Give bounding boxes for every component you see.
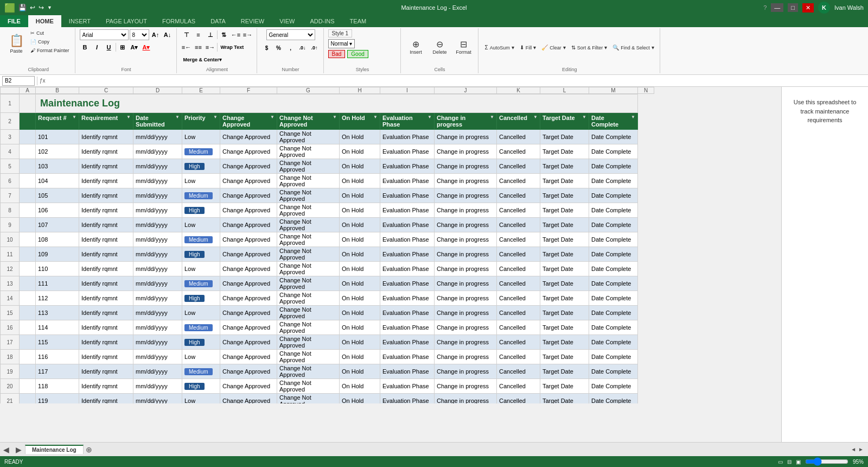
cell-dc[interactable]: Date Complete — [589, 262, 638, 276]
wrap-text-btn[interactable]: Wrap Text — [219, 42, 246, 53]
cell-req[interactable]: Identify rqmnt — [79, 394, 133, 404]
tab-data[interactable]: DATA — [203, 15, 233, 27]
col-m[interactable]: M — [589, 87, 638, 94]
scroll-area[interactable]: 1 Maintenance Log 2 Request # — [0, 94, 781, 403]
cell-a8[interactable] — [20, 203, 36, 218]
cell-ep[interactable]: Evaluation Phase — [380, 379, 435, 394]
cell-ca[interactable]: Change Approved — [220, 232, 277, 247]
cell-date[interactable]: mm/dd/yyyy — [133, 335, 182, 350]
cell-cp[interactable]: Change in progress — [435, 276, 497, 291]
cell-oh[interactable]: On Hold — [340, 174, 380, 188]
cell-cna[interactable]: Change Not Approved — [277, 379, 340, 394]
indent-increase-btn[interactable]: ≡→ — [242, 29, 253, 40]
cell-date[interactable]: mm/dd/yyyy — [133, 130, 182, 144]
cell-a19[interactable] — [20, 364, 36, 379]
cell-td[interactable]: Target Date — [540, 174, 589, 188]
cell-cancelled[interactable]: Cancelled — [497, 394, 540, 404]
tab-view[interactable]: VIEW — [272, 15, 302, 27]
tab-insert[interactable]: INSERT — [61, 15, 98, 27]
cell-oh[interactable]: On Hold — [340, 379, 380, 394]
priority-cell[interactable]: High — [182, 247, 220, 262]
cell-ep[interactable]: Evaluation Phase — [380, 203, 435, 218]
cell-req[interactable]: Identify rqmnt — [79, 203, 133, 218]
cell-ep[interactable]: Evaluation Phase — [380, 350, 435, 364]
col-h[interactable]: H — [340, 87, 380, 94]
cell-td[interactable]: Target Date — [540, 364, 589, 379]
header-date[interactable]: Date Submitted ▼ — [133, 113, 182, 130]
cell-cp[interactable]: Change in progress — [435, 203, 497, 218]
cell-ca[interactable]: Change Approved — [220, 174, 277, 188]
priority-cell[interactable]: Medium — [182, 320, 220, 335]
scroll-sheets-left[interactable]: ◀ — [0, 445, 12, 454]
cell-req[interactable]: Identify rqmnt — [79, 276, 133, 291]
font-color-button[interactable]: A▾ — [141, 42, 152, 53]
cell-dc[interactable]: Date Complete — [589, 394, 638, 404]
autosum-btn[interactable]: Σ AutoSum ▾ — [483, 40, 516, 55]
col-a[interactable]: A — [20, 87, 36, 94]
fill-color-button[interactable]: A▾ — [129, 42, 140, 53]
cell-request[interactable]: 113 — [36, 306, 79, 320]
header-ep[interactable]: Evaluation Phase ▼ — [380, 113, 435, 130]
font-name-select[interactable]: Arial — [80, 29, 129, 40]
cell-cna[interactable]: Change Not Approved — [277, 335, 340, 350]
cell-td[interactable]: Target Date — [540, 144, 589, 159]
cell-dc[interactable]: Date Complete — [589, 159, 638, 174]
cell-cna[interactable]: Change Not Approved — [277, 364, 340, 379]
cell-ca[interactable]: Change Approved — [220, 350, 277, 364]
cell-cp[interactable]: Change in progress — [435, 350, 497, 364]
cell-req[interactable]: Identify rqmnt — [79, 306, 133, 320]
cell-req[interactable]: Identify rqmnt — [79, 247, 133, 262]
cell-cancelled[interactable]: Cancelled — [497, 364, 540, 379]
cell-a11[interactable] — [20, 247, 36, 262]
cell-oh[interactable]: On Hold — [340, 144, 380, 159]
align-center-btn[interactable]: ≡≡ — [193, 42, 204, 53]
cell-a21[interactable] — [20, 394, 36, 404]
text-direction-btn[interactable]: ⇅ — [219, 29, 229, 40]
cell-cp[interactable]: Change in progress — [435, 159, 497, 174]
cell-request[interactable]: 118 — [36, 379, 79, 394]
filter-arrow-can[interactable]: ▼ — [533, 115, 538, 119]
priority-cell[interactable]: Low — [182, 350, 220, 364]
cell-dc[interactable]: Date Complete — [589, 130, 638, 144]
cell-td[interactable]: Target Date — [540, 291, 589, 306]
cell-req[interactable]: Identify rqmnt — [79, 144, 133, 159]
cell-a18[interactable] — [20, 350, 36, 364]
cell-req[interactable]: Identify rqmnt — [79, 350, 133, 364]
cell-date[interactable]: mm/dd/yyyy — [133, 174, 182, 188]
priority-cell[interactable]: Low — [182, 130, 220, 144]
cell-td[interactable]: Target Date — [540, 276, 589, 291]
cell-cp[interactable]: Change in progress — [435, 291, 497, 306]
sort-filter-btn[interactable]: ⇅ Sort & Filter ▾ — [569, 40, 610, 55]
cell-request[interactable]: 115 — [36, 335, 79, 350]
col-d[interactable]: D — [133, 87, 182, 94]
font-size-select[interactable]: 8 — [130, 29, 149, 40]
cell-cp[interactable]: Change in progress — [435, 306, 497, 320]
cell-cp[interactable]: Change in progress — [435, 174, 497, 188]
cell-cna[interactable]: Change Not Approved — [277, 276, 340, 291]
cell-request[interactable]: 105 — [36, 188, 79, 203]
good-style[interactable]: Good — [347, 50, 368, 58]
cell-a17[interactable] — [20, 335, 36, 350]
priority-cell[interactable]: Medium — [182, 364, 220, 379]
col-f[interactable]: F — [220, 87, 277, 94]
priority-cell[interactable]: High — [182, 291, 220, 306]
cell-cp[interactable]: Change in progress — [435, 364, 497, 379]
cell-dc[interactable]: Date Complete — [589, 364, 638, 379]
tab-addins[interactable]: ADD-INS — [302, 15, 342, 27]
cell-a20[interactable] — [20, 379, 36, 394]
cell-oh[interactable]: On Hold — [340, 247, 380, 262]
scroll-prev[interactable]: ◄ — [851, 446, 856, 452]
cell-req[interactable]: Identify rqmnt — [79, 130, 133, 144]
currency-btn[interactable]: $ — [261, 42, 272, 53]
cell-cp[interactable]: Change in progress — [435, 188, 497, 203]
quick-access-dropdown[interactable]: ▼ — [47, 5, 52, 10]
cell-dc[interactable]: Date Complete — [589, 188, 638, 203]
format-cells-btn[interactable]: ⊟ Format — [453, 31, 475, 64]
tab-page-layout[interactable]: PAGE LAYOUT — [98, 15, 155, 27]
tab-file[interactable]: FILE — [0, 15, 28, 27]
col-k[interactable]: K — [497, 87, 540, 94]
format-painter-button[interactable]: 🖌Format Painter — [28, 47, 72, 54]
cell-ca[interactable]: Change Approved — [220, 262, 277, 276]
cell-cna[interactable]: Change Not Approved — [277, 232, 340, 247]
cell-request[interactable]: 110 — [36, 262, 79, 276]
